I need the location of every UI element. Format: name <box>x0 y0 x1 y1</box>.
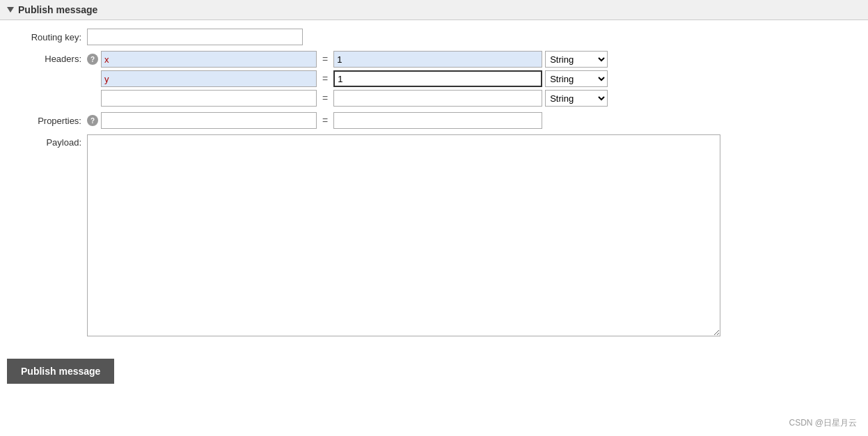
headers-rows-container: = String Integer Boolean Double = St <box>101 51 608 107</box>
headers-label: Headers: <box>14 54 87 64</box>
properties-equals-sign: = <box>319 115 331 126</box>
section-header: Publish message <box>0 0 868 20</box>
routing-key-label: Routing key: <box>14 32 87 42</box>
form-area: Routing key: Headers: ? = String Integer… <box>0 20 868 350</box>
headers-label-area: Headers: ? <box>14 51 101 65</box>
header-row-3: = String Integer Boolean Double <box>101 90 608 107</box>
properties-key-input[interactable] <box>101 112 317 129</box>
header-row-2: = String Integer Boolean Double <box>101 70 608 87</box>
header-key-input-2[interactable] <box>101 70 317 87</box>
routing-key-row: Routing key: <box>14 29 854 45</box>
headers-row: Headers: ? = String Integer Boolean Doub… <box>14 51 854 107</box>
headers-help-icon[interactable]: ? <box>87 54 98 65</box>
equals-sign-1: = <box>319 54 331 65</box>
properties-row: Properties: ? = <box>14 112 854 129</box>
publish-message-button[interactable]: Publish message <box>7 359 114 384</box>
collapse-icon[interactable] <box>7 7 14 13</box>
header-type-select-3[interactable]: String Integer Boolean Double <box>545 90 608 107</box>
header-value-input-3[interactable] <box>333 90 542 107</box>
header-type-select-2[interactable]: String Integer Boolean Double <box>545 70 608 87</box>
header-row-1: = String Integer Boolean Double <box>101 51 608 68</box>
header-type-select-1[interactable]: String Integer Boolean Double <box>545 51 608 68</box>
payload-label: Payload: <box>14 134 87 148</box>
properties-label: Properties: <box>14 116 87 126</box>
routing-key-input[interactable] <box>87 29 303 45</box>
equals-sign-3: = <box>319 93 331 104</box>
section-title: Publish message <box>18 4 97 15</box>
header-key-input-3[interactable] <box>101 90 317 107</box>
payload-row: Payload: <box>14 134 854 336</box>
header-value-input-2[interactable] <box>333 70 542 87</box>
properties-value-input[interactable] <box>333 112 542 129</box>
header-value-input-1[interactable] <box>333 51 542 68</box>
header-key-input-1[interactable] <box>101 51 317 68</box>
properties-help-icon[interactable]: ? <box>87 115 98 126</box>
payload-textarea[interactable] <box>87 134 720 336</box>
page-container: Publish message Routing key: Headers: ? … <box>0 0 868 436</box>
properties-inputs: = <box>101 112 542 129</box>
footer-watermark: CSDN @日星月云 <box>789 417 857 429</box>
equals-sign-2: = <box>319 73 331 84</box>
